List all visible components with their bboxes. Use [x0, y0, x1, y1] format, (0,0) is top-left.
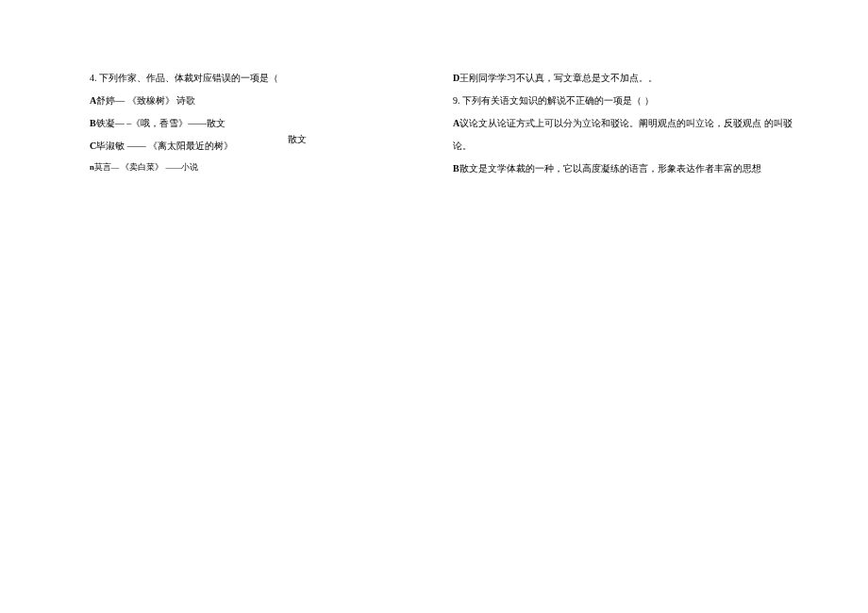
option-author: 毕淑敏 — [96, 141, 125, 151]
option-author: 铁凝— — [96, 118, 125, 128]
option-text: 议论文从论证方式上可以分为立论和驳论。阐明观点的叫立论，反驳观点 的叫驳 — [459, 118, 793, 128]
question-text: 下列有关语文知识的解说不正确的一项是（ — [462, 95, 642, 106]
option-text: 王刚同学学习不认真，写文章总是文不加点。。 — [459, 73, 658, 83]
option-work: 《哦，香雪》——散文 — [131, 118, 225, 128]
option-genre-float: 散文 — [288, 132, 307, 146]
question-number: 4. — [90, 73, 97, 83]
option-label: B — [90, 118, 96, 128]
option-work: 《离太阳最近的树》 — [148, 141, 233, 151]
option-text: 散文是文学体裁的一种，它以高度凝练的语言，形象表达作者丰富的思想 — [459, 163, 761, 174]
document-page: 4. 下列作家、作品、体裁对应错误的一项是（ A舒婷— 《致橡树》 诗歌 B铁凝… — [0, 0, 868, 184]
question-4-stem: 4. 下列作家、作品、体裁对应错误的一项是（ — [90, 71, 396, 85]
option-b: B散文是文学体裁的一种，它以高度凝练的语言，形象表达作者丰富的思想 — [453, 161, 793, 175]
option-c: C毕淑敏 —— 《离太阳最近的树》 散文 — [90, 139, 396, 153]
prev-option-d: D王刚同学学习不认真，写文章总是文不加点。。 — [453, 71, 793, 85]
option-author: 莫言— — [94, 162, 120, 172]
question-number: 9. — [453, 95, 460, 106]
option-b: B铁凝— –《哦，香雪》——散文 — [90, 116, 396, 130]
option-work: 《致橡树》 — [127, 95, 175, 106]
option-author: 舒婷— — [96, 95, 125, 106]
option-work: 《卖白菜》 ——小说 — [121, 162, 198, 172]
option-a-line1: A议论文从论证方式上可以分为立论和驳论。阐明观点的叫立论，反驳观点 的叫驳 — [453, 116, 793, 130]
option-a: A舒婷— 《致橡树》 诗歌 — [90, 93, 396, 108]
question-9-stem: 9. 下列有关语文知识的解说不正确的一项是（ ） — [453, 93, 793, 108]
question-text: 下列作家、作品、体裁对应错误的一项是（ — [99, 73, 278, 83]
option-d: n莫言— 《卖白菜》 ——小说 — [90, 161, 396, 174]
right-column: D王刚同学学习不认真，写文章总是文不加点。。 9. 下列有关语文知识的解说不正确… — [396, 71, 830, 184]
option-label: B — [453, 163, 459, 174]
left-column: 4. 下列作家、作品、体裁对应错误的一项是（ A舒婷— 《致橡树》 诗歌 B铁凝… — [0, 71, 396, 184]
option-genre: 诗歌 — [175, 95, 196, 106]
option-a-line2: 论。 — [453, 139, 793, 153]
option-text-cont: 论。 — [453, 141, 472, 151]
